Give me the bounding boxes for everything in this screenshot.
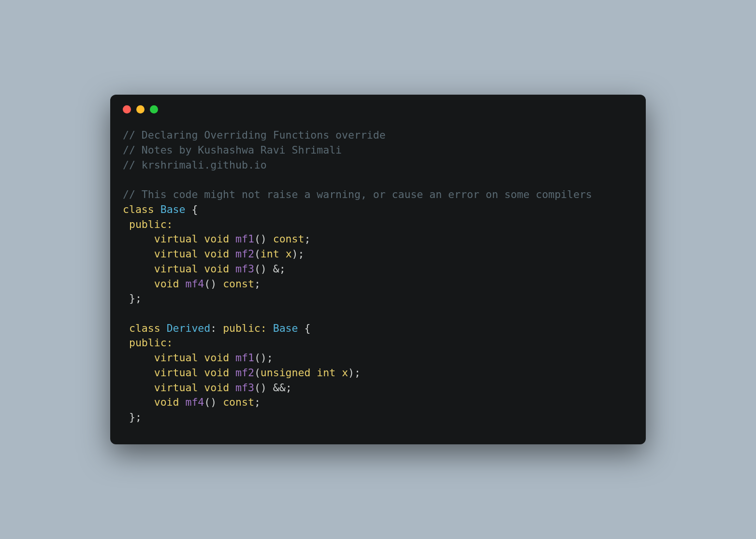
class-name-base: Base <box>160 203 186 215</box>
comment-line-1: // Declaring Overriding Functions overri… <box>123 129 386 141</box>
fn-mf1: mf1 <box>235 233 254 245</box>
fn-mf4: mf4 <box>185 278 204 290</box>
fn-mf3: mf3 <box>235 263 254 275</box>
keyword-public: public: <box>123 218 173 230</box>
minimize-icon[interactable] <box>136 105 145 113</box>
brace-open: { <box>185 203 198 215</box>
ref-qualifier: & <box>267 263 279 275</box>
type-unsigned: unsigned <box>261 367 311 379</box>
maximize-icon[interactable] <box>150 105 158 113</box>
keyword-virtual: virtual <box>154 233 198 245</box>
comment-line-2: // Notes by Kushashwa Ravi Shrimali <box>123 144 342 156</box>
comment-line-4: // This code might not raise a warning, … <box>123 188 592 200</box>
traffic-lights <box>110 95 646 113</box>
keyword-const: const <box>273 233 305 245</box>
code-block: // Declaring Overriding Functions overri… <box>110 113 646 425</box>
keyword-void: void <box>204 233 229 245</box>
param-x: x <box>286 248 292 260</box>
comment-line-3: // krshrimali.github.io <box>123 159 267 171</box>
class-name-derived: Derived <box>167 322 211 334</box>
type-int: int <box>261 248 279 260</box>
fn-mf2: mf2 <box>235 248 254 260</box>
rref-qualifier: && <box>267 382 286 394</box>
keyword-class: class <box>123 203 154 215</box>
code-window: // Declaring Overriding Functions overri… <box>110 95 646 444</box>
keyword-public-inherit: public: <box>223 322 267 334</box>
close-icon[interactable] <box>123 105 131 113</box>
brace-close: }; <box>123 292 142 304</box>
